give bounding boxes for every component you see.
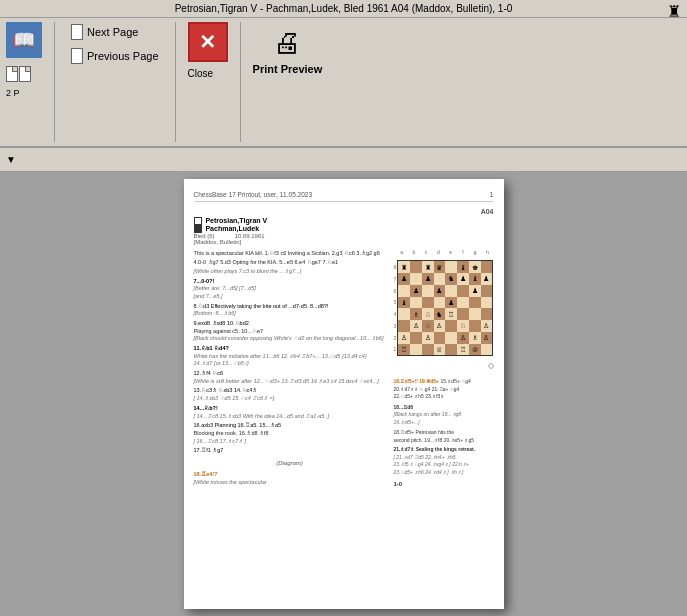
square-f8: ♝ (457, 261, 469, 273)
square-f4 (457, 308, 469, 320)
square-d1: ♕ (434, 344, 446, 356)
move11: 11.♘b1 ♘d4? (194, 345, 386, 353)
continuation-text: [White often plays 7.c3 to blunt the ...… (194, 268, 386, 276)
right-move-23: 23.♗f5♗ ♘g4 24.♗xg4♗ ] 22.h♗+ (394, 461, 494, 469)
players-info: Petrosian,Tigran V Pachman,Ludek Bled (6… (194, 217, 494, 245)
square-a8: ♜ (398, 261, 410, 273)
comment11: White has the initiative after 11...b6 1… (194, 353, 386, 368)
square-d5 (434, 297, 446, 309)
square-h5 (481, 297, 493, 309)
line1: [and 7...e5.] (194, 293, 386, 301)
next-page-button[interactable]: Next Page (67, 22, 142, 42)
square-c4: ♘ (422, 308, 434, 320)
square-e5: ♟ (445, 297, 457, 309)
comment16: [ 16...♖c8 17.♗c7♗ ] (194, 438, 386, 446)
board-ranks: 87654321 (394, 260, 397, 356)
page-nav-group: Next Page Previous Page (67, 22, 163, 66)
book-icon: 📖 (6, 22, 42, 58)
square-f6 (457, 285, 469, 297)
square-b3: ♙ (410, 320, 422, 332)
move8: 8.♘d3 Effectively taking the bite out of… (194, 303, 386, 311)
better-line: [Bottom: 8...♗b6] (194, 310, 386, 318)
black-player: Pachman,Ludek (194, 225, 268, 233)
previous-page-icon (71, 48, 83, 64)
square-g5 (469, 297, 481, 309)
square-h2: ♙ (481, 332, 493, 344)
square-a3 (398, 320, 410, 332)
square-g2: ♗ (469, 332, 481, 344)
title-bar: Petrosian,Tigran V - Pachman,Ludek, Bled… (0, 0, 687, 18)
board-with-ranks: 87654321 ♜ ♜ ♛ ♝ ♚ ♟ (394, 260, 494, 356)
comment10: [Black should consider opposing White's … (194, 335, 386, 343)
square-f7: ♟ (457, 273, 469, 285)
square-f2: ♙ (457, 332, 469, 344)
square-d4: ♞ (434, 308, 446, 320)
separator-3 (240, 22, 241, 142)
square-b8 (410, 261, 422, 273)
comment13: [ 14.♗xb3 ♘d5 15.♘c4 ♖c6♗ =] (194, 395, 386, 403)
document-preview: ChessBase 17 Printout, user, 11.05.2023 … (184, 179, 504, 609)
square-e2 (445, 332, 457, 344)
doc-header-text: ChessBase 17 Printout, user, 11.05.2023 (194, 191, 313, 198)
right-move-22: 22.♘d5+ ♗h5 23.♗f3♗ (394, 393, 494, 401)
square-b1 (410, 344, 422, 356)
title-text: Petrosian,Tigran V - Pachman,Ludek, Bled… (175, 3, 513, 14)
square-g1: ♔ (469, 344, 481, 356)
move16: 16.axb3 Planning 16.♖a5. 15...♗a5 (194, 422, 386, 430)
square-c6 (422, 285, 434, 297)
right-move-21b: [ 21.♗d7 ♖d5 22.♗h4+ ♗h5 (394, 454, 494, 462)
two-page-label: 2 P (6, 88, 20, 98)
square-b4: ♗ (410, 308, 422, 320)
square-d2 (434, 332, 446, 344)
doc-header: ChessBase 17 Printout, user, 11.05.2023 … (194, 191, 494, 202)
square-h3: ♙ (481, 320, 493, 332)
right-move-19: 18.♖xf5+ Petrosian hits thesecond pitch.… (394, 429, 494, 444)
view-group: 📖 2 P (6, 22, 42, 98)
board-indicator: ◇ (394, 361, 494, 370)
separator-2 (175, 22, 176, 142)
doc-board-area: abcdefgh 87654321 ♜ ♜ ♛ ♝ (394, 249, 494, 597)
square-g4 (469, 308, 481, 320)
square-b6: ♟ (410, 285, 422, 297)
square-e7: ♞ (445, 273, 457, 285)
opening-tag: A04 (481, 208, 494, 215)
square-c2: ♙ (422, 332, 434, 344)
square-a4 (398, 308, 410, 320)
previous-page-button[interactable]: Previous Page (67, 46, 163, 66)
page-number: 1 (490, 191, 494, 198)
comment9: Playing against c5. 10...♘e7 (194, 328, 386, 336)
square-h7: ♟ (481, 273, 493, 285)
move18: 18.♖e4!? (194, 471, 386, 479)
move12: 12.♗f4 ♘c6 (194, 370, 386, 378)
next-page-label: Next Page (87, 26, 138, 38)
close-group: ✕ Close (188, 22, 228, 79)
close-button[interactable]: ✕ (188, 22, 228, 62)
right-move-23b: 23.♘d5+ ♗h6 24.♗d4♗ ] ♗h♗ ] (394, 469, 494, 477)
square-h6 (481, 285, 493, 297)
square-e4: ♖ (445, 308, 457, 320)
white-player: Petrosian,Tigran V (194, 217, 268, 225)
square-b5 (410, 297, 422, 309)
square-g6: ♟ (469, 285, 481, 297)
print-preview-section: 🖨 Print Preview (253, 26, 323, 75)
square-c3: ♘ (422, 320, 434, 332)
move17: 17.♖f1 ♗g7 (194, 447, 386, 455)
right-move-21: 21.♗d7♗ Sealing the kings retreat. (394, 446, 494, 454)
square-h8 (481, 261, 493, 273)
previous-page-label: Previous Page (87, 50, 159, 62)
square-e6 (445, 285, 457, 297)
doc-content: This is a spectacular KIA kill. 1.♘f3 c6… (194, 249, 494, 597)
diagram-label: (Diagram) (194, 459, 386, 467)
square-f5 (457, 297, 469, 309)
printer-icon-area: 🖨 (273, 26, 301, 59)
square-h4 (481, 308, 493, 320)
toolbar: 📖 2 P Next Page Previous Page ✕ Close 🖨 (0, 18, 687, 148)
square-c7: ♟ (422, 273, 434, 285)
close-label: Close (188, 68, 214, 79)
square-c8: ♜ (422, 261, 434, 273)
square-e3 (445, 320, 457, 332)
square-d6: ♟ (434, 285, 446, 297)
square-d8: ♛ (434, 261, 446, 273)
chess-icon: ♜ (667, 2, 681, 18)
square-a6 (398, 285, 410, 297)
